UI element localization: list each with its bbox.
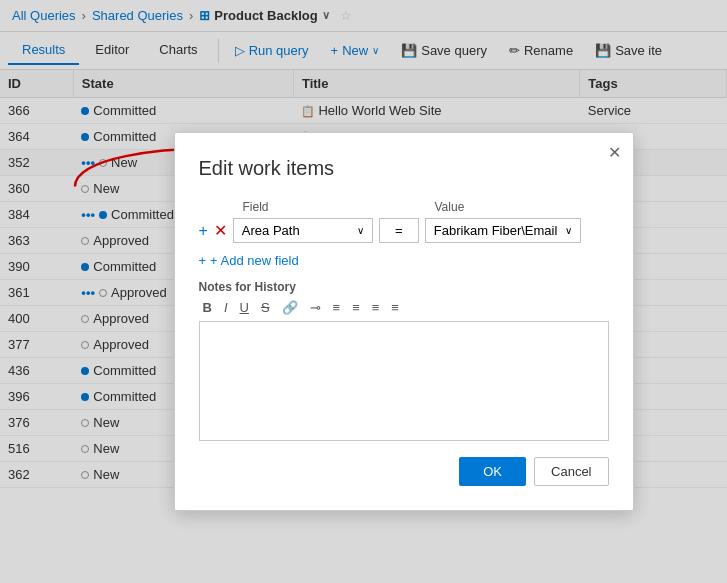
notes-label: Notes for History (199, 280, 609, 294)
field-column-label: Field (243, 200, 383, 214)
link-button[interactable]: 🔗 (278, 298, 302, 317)
list1-button[interactable]: ≡ (329, 298, 345, 317)
field-dropdown[interactable]: Area Path ∨ (233, 218, 373, 243)
ok-button[interactable]: OK (459, 457, 526, 486)
cancel-button[interactable]: Cancel (534, 457, 608, 486)
strikethrough-button[interactable]: S (257, 298, 274, 317)
chevron-down-icon: ∨ (565, 225, 572, 236)
notes-formatting-toolbar: B I U S 🔗 ⊸ ≡ ≡ ≡ ≡ (199, 298, 609, 317)
plus-icon: + (199, 253, 207, 268)
underline-button[interactable]: U (236, 298, 253, 317)
bold-button[interactable]: B (199, 298, 216, 317)
indent-increase-button[interactable]: ≡ (387, 298, 403, 317)
chevron-down-icon: ∨ (357, 225, 364, 236)
indent-button[interactable]: ⊸ (306, 298, 325, 317)
value-column-label: Value (435, 200, 465, 214)
remove-field-icon[interactable]: ✕ (214, 221, 227, 240)
notes-text-area[interactable] (199, 321, 609, 441)
field-row: + ✕ Area Path ∨ = Fabrikam Fiber\Email ∨ (199, 218, 609, 243)
modal-overlay: ✕ Edit work items Field Value + ✕ Area P… (0, 0, 727, 583)
italic-button[interactable]: I (220, 298, 232, 317)
modal-footer: OK Cancel (199, 457, 609, 486)
operator-dropdown[interactable]: = (379, 218, 419, 243)
list2-button[interactable]: ≡ (348, 298, 364, 317)
add-new-field-link[interactable]: + + Add new field (199, 253, 609, 268)
add-field-icon[interactable]: + (199, 222, 208, 240)
modal-title: Edit work items (199, 157, 609, 180)
modal-close-button[interactable]: ✕ (608, 145, 621, 161)
indent-decrease-button[interactable]: ≡ (368, 298, 384, 317)
field-value-labels: Field Value (199, 200, 609, 214)
value-dropdown[interactable]: Fabrikam Fiber\Email ∨ (425, 218, 582, 243)
edit-work-items-modal: ✕ Edit work items Field Value + ✕ Area P… (174, 132, 634, 511)
